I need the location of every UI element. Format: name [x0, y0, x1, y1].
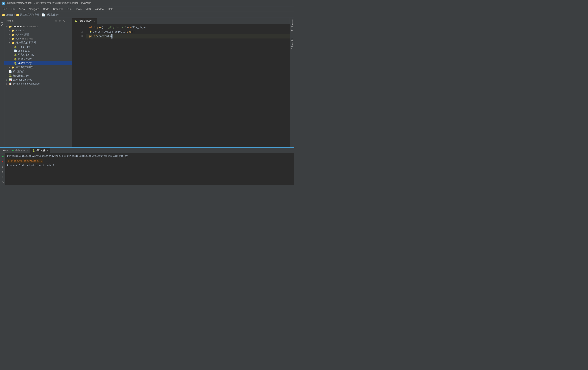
tree-item-fmt-out-py[interactable]: 🐍 格式化输出.py: [4, 74, 72, 78]
tree-item-init[interactable]: 🐍 __init__.py: [4, 45, 72, 49]
tab-close-while[interactable]: ×: [27, 149, 28, 152]
tree-arrow-untitled: ▼: [6, 26, 9, 28]
breadcrumb-folder-icon: 📁: [1, 13, 5, 16]
project-tab-vertical[interactable]: 1: Project: [0, 18, 4, 30]
bottom-panel: Run: ▶ while else × 🐍 读取文件 × ▶ ■ ▲ ▼ ↕ ⚙…: [0, 147, 294, 185]
kw-with: with: [89, 25, 95, 30]
code-content[interactable]: with open ( 'pi_digits.txt' ) as file_ob…: [86, 24, 287, 147]
tree-item-read[interactable]: 🐍 读取文件.py: [4, 61, 72, 65]
tree-item-practice[interactable]: ▶ 📁 practice: [4, 29, 72, 32]
menu-window[interactable]: Window: [93, 7, 106, 11]
panel-icon-add[interactable]: ⊕: [55, 19, 58, 23]
scroll-down-button[interactable]: ▼: [0, 170, 5, 174]
panel-icon-scroll[interactable]: ⊘: [59, 19, 62, 23]
ext-icon: 📊: [9, 78, 12, 81]
tree-label-write: 写入空文件.py: [18, 53, 34, 57]
menu-tools[interactable]: Tools: [74, 7, 84, 11]
bp-slot-2: [72, 28, 76, 32]
tree-item-scratches[interactable]: ▶ 📋 Scratches and Consoles: [4, 82, 72, 86]
code-line-3: print ( contents ): [86, 34, 290, 39]
panel-icon-gear[interactable]: ⚙: [63, 19, 66, 23]
project-panel: Project ⊕ ⊘ ⚙ — ▼ 📁 untitled D:\tools\un…: [4, 18, 72, 147]
scroll-up-button[interactable]: ▲: [0, 164, 5, 169]
file-read: file_object.: [107, 30, 125, 34]
editor-tabs: 🐍 读取文件.py ×: [72, 18, 290, 24]
title-bar: PC untitled [D:\tools\untitled] - ...\第1…: [0, 0, 294, 6]
tree-sublabel-untitled: D:\tools\untitled: [23, 25, 38, 28]
tree-label-pi: pi_digits.txt: [18, 49, 30, 52]
window-title: untitled [D:\tools\untitled] - ...\第10章文…: [6, 1, 91, 5]
menu-navigate[interactable]: Navigate: [27, 7, 41, 11]
breadcrumb-sep2: ›: [40, 13, 41, 16]
py-icon-read-tab: 🐍: [32, 149, 35, 152]
tree-label-fmt: 格式化输出: [13, 70, 26, 73]
editor-tab-read-file[interactable]: 🐍 读取文件.py ×: [72, 18, 97, 24]
line-num-2: 2: [76, 30, 84, 34]
menu-edit[interactable]: Edit: [9, 7, 17, 11]
tree-item-pi-digits[interactable]: 📄 pi_digits.txt: [4, 49, 72, 53]
tree-item-write-empty[interactable]: 🐍 写入空文件.py: [4, 53, 72, 57]
paren2: ): [126, 25, 128, 30]
tree-label-read: 读取文件.py: [18, 62, 32, 65]
menu-vcs[interactable]: VCS: [84, 7, 93, 11]
menu-view[interactable]: View: [17, 7, 27, 11]
console-content: ▶ ■ ▲ ▼ ↕ ⚙ D:\tools\untitled\venv\Scrip…: [0, 153, 294, 185]
tree-item-venv[interactable]: ▶ 📁 venv library root: [4, 37, 72, 41]
breadcrumb-root[interactable]: untitled: [6, 13, 13, 16]
panel-title: Project: [6, 20, 53, 22]
tree-item-ch2[interactable]: ▶ 📁 第二章数据类型: [4, 65, 72, 69]
panel-icon-close[interactable]: —: [67, 19, 70, 23]
tree-item-fmt-out[interactable]: 📄 格式化输出: [4, 69, 72, 74]
run-button[interactable]: ▶: [0, 154, 5, 159]
tree-item-untitled[interactable]: ▼ 📁 untitled D:\tools\untitled: [4, 25, 72, 29]
tab-label: 读取文件.py: [79, 19, 92, 23]
tab-label-read: 读取文件: [36, 149, 45, 152]
code-line-1: with open ( 'pi_digits.txt' ) as file_ob…: [89, 25, 287, 30]
tree-item-create[interactable]: 🐍 创建文件.py: [4, 57, 72, 61]
bp-slot-1: [72, 24, 76, 28]
tree-arrow-ch10: ▼: [9, 42, 11, 44]
tab-py-icon: 🐍: [74, 20, 78, 22]
breadcrumb-ch10[interactable]: 第10章文件和异常: [20, 13, 39, 16]
tab-close-read[interactable]: ×: [47, 149, 48, 152]
breadcrumb-sep1: ›: [14, 13, 15, 16]
stop-button[interactable]: ■: [0, 159, 5, 164]
cursor: ): [111, 34, 113, 39]
tree-arrow-scratches: ▶: [6, 83, 9, 85]
breadcrumb-file[interactable]: 读取文件.py: [46, 13, 59, 16]
settings-button[interactable]: ⚙: [0, 180, 5, 184]
fn-read: read: [125, 30, 132, 34]
line-numbers: 1 2 3: [76, 24, 86, 147]
code-editor[interactable]: 1 2 3 with open ( 'pi_digits.txt' ) as f…: [72, 24, 290, 147]
left-side-tabs: 1: Project: [0, 18, 4, 147]
tree-arrow-practice: ▶: [9, 30, 11, 32]
menu-run[interactable]: Run: [65, 7, 74, 11]
menu-help[interactable]: Help: [106, 7, 115, 11]
tree-arrow-ch2: ▶: [9, 66, 11, 68]
menu-refactor[interactable]: Refactor: [51, 7, 65, 11]
tree-item-ext-libs[interactable]: ▶ 📊 External Libraries: [4, 78, 72, 82]
favorites-tab[interactable]: Z: Favorites: [290, 36, 294, 51]
bottom-tab-while-else[interactable]: ▶ while else ×: [10, 148, 30, 153]
tree-item-ch10[interactable]: ▼ 📁 第10章文件和异常: [4, 41, 72, 45]
bottom-tab-read-file[interactable]: 🐍 读取文件 ×: [30, 148, 50, 153]
var-fileobj: file_object:: [131, 25, 150, 30]
run-label: Run:: [1, 148, 10, 153]
tree-label-scratches: Scratches and Consoles: [13, 82, 40, 85]
panel-header-icons: ⊕ ⊘ ⚙ —: [55, 19, 70, 23]
wrap-button[interactable]: ↕: [0, 175, 5, 179]
menu-code[interactable]: Code: [41, 7, 51, 11]
folder-icon: 📁: [9, 25, 12, 28]
menu-file[interactable]: File: [1, 7, 9, 11]
tree-item-python-prog[interactable]: ▶ 📁 python 编程: [4, 32, 72, 37]
tree-arrow-ext: ▶: [6, 79, 9, 81]
structure-tab[interactable]: 2: Structure: [290, 18, 294, 32]
tab-close-btn[interactable]: ×: [94, 20, 95, 22]
folder-icon-ch10: 📁: [11, 41, 15, 44]
folder-icon-python: 📁: [11, 33, 15, 36]
tree-label-ch10: 第10章文件和异常: [15, 41, 36, 44]
bp-slot-3: [72, 32, 76, 37]
console-exit: Process finished with exit code 0: [7, 164, 293, 168]
tree-arrow-python: ▶: [9, 33, 11, 36]
tree-label-ch2: 第二章数据类型: [15, 66, 33, 69]
